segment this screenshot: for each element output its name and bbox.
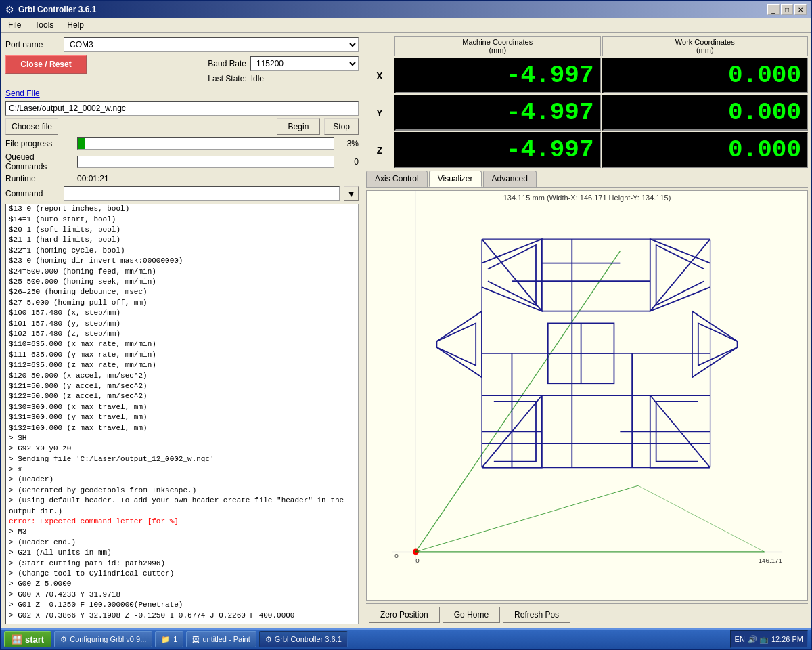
- baud-row: Baud Rate 115200: [208, 56, 359, 71]
- taskbar-item-1-icon: 📁: [161, 635, 171, 644]
- console-output[interactable]: > $$$0=10 (step pulse, usec)$1=25 (step …: [5, 204, 359, 624]
- close-reset-button[interactable]: Close / Reset: [5, 55, 87, 74]
- tab-visualizer[interactable]: Visualizer: [429, 171, 482, 187]
- maximize-button[interactable]: □: [781, 4, 793, 15]
- baud-label: Baud Rate: [208, 59, 246, 68]
- start-label: start: [25, 634, 44, 645]
- port-label: Port name: [5, 40, 60, 49]
- command-row: Command ▼: [5, 186, 359, 201]
- command-send-button[interactable]: ▼: [344, 186, 359, 201]
- y-axis-label: Y: [366, 95, 393, 131]
- close-button[interactable]: ✕: [794, 4, 807, 15]
- zero-position-button[interactable]: Zero Position: [369, 607, 440, 623]
- tab-bar: Axis Control Visualizer Advanced: [366, 171, 808, 188]
- taskbar-item-0[interactable]: ⚙ Configuring Grbl v0.9...: [54, 631, 152, 647]
- main-window: ⚙ Grbl Controller 3.6.1 _ □ ✕ File Tools…: [0, 0, 812, 650]
- z-machine-display: -4.997: [394, 132, 601, 168]
- baud-select[interactable]: 115200: [250, 56, 359, 71]
- tray-icons: 🔊 📺: [748, 635, 769, 644]
- x-machine-display: -4.997: [394, 58, 601, 93]
- window-title: Grbl Controller 3.6.1: [18, 5, 96, 14]
- work-coords-header: Work Coordinates (mm): [602, 36, 809, 56]
- last-state-value: Idle: [251, 74, 264, 83]
- queued-row: Queued Commands 0: [5, 152, 359, 171]
- tray-lang: EN: [735, 635, 745, 643]
- tray-time: 12:26 PM: [771, 635, 803, 643]
- menu-file[interactable]: File: [4, 19, 25, 31]
- baud-close-row: Close / Reset Baud Rate 115200 Last Stat…: [5, 55, 359, 83]
- menu-bar: File Tools Help: [1, 18, 811, 33]
- title-bar: ⚙ Grbl Controller 3.6.1 _ □ ✕: [1, 1, 811, 18]
- taskbar-item-2-icon: 🖼: [192, 635, 200, 643]
- progress-bar-fill: [78, 138, 85, 149]
- left-panel: Port name COM3 Close / Reset Baud Rate 1…: [1, 33, 363, 628]
- tab-axis-control[interactable]: Axis Control: [366, 171, 428, 187]
- z-axis-label: Z: [366, 132, 393, 168]
- minimize-button[interactable]: _: [767, 4, 780, 15]
- progress-row: File progress 3%: [5, 137, 359, 150]
- progress-label: File progress: [5, 139, 73, 148]
- tab-advanced[interactable]: Advanced: [483, 171, 537, 187]
- queued-input[interactable]: [77, 156, 334, 168]
- last-state-row: Last State: Idle: [208, 74, 359, 83]
- command-label: Command: [5, 189, 60, 198]
- runtime-row: Runtime 00:01:21: [5, 174, 359, 183]
- close-reset-section: Close / Reset: [5, 55, 202, 74]
- taskbar-item-1-label: 1: [173, 635, 177, 643]
- refresh-pos-button[interactable]: Refresh Pos: [503, 607, 570, 623]
- taskbar: 🪟 start ⚙ Configuring Grbl v0.9... 📁 1 🖼…: [1, 628, 811, 649]
- right-panel: Machine Coordinates (mm) Work Coordinate…: [363, 33, 811, 628]
- send-file-link[interactable]: Send File: [5, 89, 359, 98]
- menu-tools[interactable]: Tools: [30, 19, 58, 31]
- progress-bar-container: [77, 137, 334, 150]
- port-select[interactable]: COM3: [64, 37, 359, 52]
- file-path-input[interactable]: [5, 101, 359, 116]
- viz-svg: 0 146.171 0: [367, 191, 807, 600]
- taskbar-item-0-label: Configuring Grbl v0.9...: [70, 635, 146, 643]
- runtime-value: 00:01:21: [77, 174, 109, 183]
- begin-button[interactable]: Begin: [277, 118, 321, 135]
- machine-coords-label: Machine Coordinates: [397, 38, 599, 46]
- taskbar-item-2[interactable]: 🖼 untitled - Paint: [186, 631, 256, 647]
- port-row: Port name COM3: [5, 37, 359, 52]
- axis-col-header: [366, 36, 393, 56]
- taskbar-item-3-icon: ⚙: [265, 635, 272, 644]
- coords-section: Machine Coordinates (mm) Work Coordinate…: [366, 36, 808, 168]
- taskbar-item-2-label: untitled - Paint: [202, 635, 250, 643]
- y-work-display: 0.000: [602, 95, 809, 131]
- file-actions: Choose file Begin Stop: [5, 118, 359, 135]
- main-content: Port name COM3 Close / Reset Baud Rate 1…: [1, 33, 811, 628]
- x-axis-label: X: [366, 58, 393, 93]
- work-coords-label: Work Coordinates: [604, 38, 807, 46]
- machine-coords-unit: (mm): [397, 46, 599, 54]
- taskbar-item-1[interactable]: 📁 1: [155, 631, 183, 647]
- machine-coords-header: Machine Coordinates (mm): [394, 36, 601, 56]
- window-controls: _ □ ✕: [767, 4, 807, 15]
- choose-file-button[interactable]: Choose file: [5, 118, 58, 135]
- runtime-label: Runtime: [5, 174, 73, 183]
- x-work-display: 0.000: [602, 58, 809, 93]
- work-coords-unit: (mm): [604, 46, 807, 54]
- baud-state-section: Baud Rate 115200 Last State: Idle: [208, 55, 359, 83]
- start-icon: 🪟: [12, 634, 22, 645]
- taskbar-item-3[interactable]: ⚙ Grbl Controller 3.6.1: [259, 631, 348, 647]
- viz-buttons: Zero Position Go Home Refresh Pos: [366, 603, 808, 626]
- y-machine-display: -4.997: [394, 95, 601, 131]
- svg-text:0: 0: [415, 557, 420, 564]
- visualizer-panel[interactable]: 134.115 mm (Width-X: 146.171 Height-Y: 1…: [366, 190, 808, 601]
- queued-count: 0: [338, 157, 359, 167]
- last-state-label: Last State:: [208, 74, 246, 83]
- svg-text:0: 0: [394, 552, 399, 559]
- start-button[interactable]: 🪟 start: [4, 631, 51, 647]
- command-input[interactable]: [64, 186, 340, 201]
- stop-button[interactable]: Stop: [324, 118, 359, 135]
- app-icon: ⚙: [5, 4, 14, 15]
- go-home-button[interactable]: Go Home: [443, 607, 500, 623]
- progress-pct: 3%: [338, 139, 359, 148]
- taskbar-item-3-label: Grbl Controller 3.6.1: [275, 635, 342, 643]
- queued-label: Queued Commands: [5, 152, 73, 171]
- viz-dimension-label: 134.115 mm (Width-X: 146.171 Height-Y: 1…: [503, 194, 671, 202]
- taskbar-item-0-icon: ⚙: [60, 635, 67, 644]
- menu-help[interactable]: Help: [63, 19, 88, 31]
- z-work-display: 0.000: [602, 132, 809, 168]
